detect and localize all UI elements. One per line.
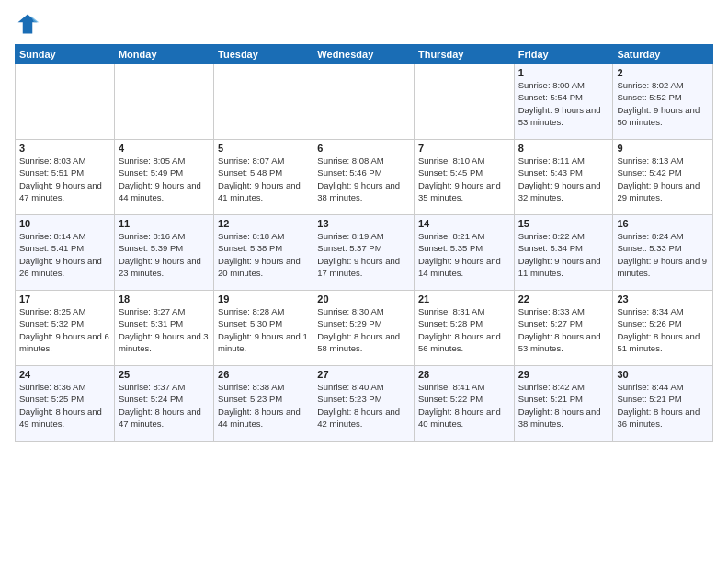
calendar-cell-3-3: 12Sunrise: 8:18 AM Sunset: 5:38 PM Dayli…	[214, 215, 313, 291]
day-info: Sunrise: 8:25 AM Sunset: 5:32 PM Dayligh…	[19, 305, 110, 354]
day-number: 24	[19, 369, 110, 380]
calendar-cell-4-1: 17Sunrise: 8:25 AM Sunset: 5:32 PM Dayli…	[16, 291, 115, 366]
day-info: Sunrise: 8:10 AM Sunset: 5:45 PM Dayligh…	[418, 155, 510, 203]
day-info: Sunrise: 8:21 AM Sunset: 5:35 PM Dayligh…	[418, 230, 510, 279]
day-info: Sunrise: 8:05 AM Sunset: 5:49 PM Dayligh…	[119, 155, 210, 203]
day-info: Sunrise: 8:16 AM Sunset: 5:39 PM Dayligh…	[119, 230, 210, 279]
calendar-cell-2-6: 8Sunrise: 8:11 AM Sunset: 5:43 PM Daylig…	[514, 140, 613, 215]
calendar-weekday-friday: Friday	[514, 45, 613, 64]
calendar-cell-2-5: 7Sunrise: 8:10 AM Sunset: 5:45 PM Daylig…	[414, 140, 514, 215]
calendar-cell-3-7: 16Sunrise: 8:24 AM Sunset: 5:33 PM Dayli…	[613, 215, 713, 291]
day-info: Sunrise: 8:19 AM Sunset: 5:37 PM Dayligh…	[317, 230, 410, 279]
calendar-cell-4-3: 19Sunrise: 8:28 AM Sunset: 5:30 PM Dayli…	[214, 291, 313, 366]
day-info: Sunrise: 8:02 AM Sunset: 5:52 PM Dayligh…	[617, 79, 709, 128]
calendar-cell-3-5: 14Sunrise: 8:21 AM Sunset: 5:35 PM Dayli…	[414, 215, 514, 291]
day-number: 26	[218, 369, 309, 380]
calendar-week-1: 1Sunrise: 8:00 AM Sunset: 5:54 PM Daylig…	[16, 64, 713, 140]
calendar-cell-5-3: 26Sunrise: 8:38 AM Sunset: 5:23 PM Dayli…	[214, 366, 313, 442]
day-info: Sunrise: 8:22 AM Sunset: 5:34 PM Dayligh…	[518, 230, 609, 279]
day-number: 7	[418, 143, 510, 154]
day-number: 6	[317, 143, 410, 154]
calendar-cell-5-6: 29Sunrise: 8:42 AM Sunset: 5:21 PM Dayli…	[514, 366, 613, 442]
calendar-cell-1-1	[16, 64, 115, 140]
calendar-week-3: 10Sunrise: 8:14 AM Sunset: 5:41 PM Dayli…	[16, 215, 713, 291]
logo	[15, 11, 44, 37]
day-info: Sunrise: 8:33 AM Sunset: 5:27 PM Dayligh…	[518, 305, 609, 354]
calendar-cell-2-4: 6Sunrise: 8:08 AM Sunset: 5:46 PM Daylig…	[313, 140, 415, 215]
day-info: Sunrise: 8:30 AM Sunset: 5:29 PM Dayligh…	[317, 305, 410, 354]
day-info: Sunrise: 8:41 AM Sunset: 5:22 PM Dayligh…	[418, 381, 510, 430]
day-number: 18	[119, 293, 210, 304]
day-info: Sunrise: 8:00 AM Sunset: 5:54 PM Dayligh…	[518, 79, 609, 128]
calendar-cell-4-5: 21Sunrise: 8:31 AM Sunset: 5:28 PM Dayli…	[414, 291, 514, 366]
calendar-cell-4-7: 23Sunrise: 8:34 AM Sunset: 5:26 PM Dayli…	[613, 291, 713, 366]
calendar-week-4: 17Sunrise: 8:25 AM Sunset: 5:32 PM Dayli…	[16, 291, 713, 366]
logo-icon	[15, 11, 40, 37]
day-number: 21	[418, 293, 510, 304]
day-number: 19	[218, 293, 309, 304]
day-info: Sunrise: 8:34 AM Sunset: 5:26 PM Dayligh…	[617, 305, 709, 354]
day-info: Sunrise: 8:24 AM Sunset: 5:33 PM Dayligh…	[617, 230, 709, 279]
calendar-weekday-wednesday: Wednesday	[313, 45, 415, 64]
day-number: 17	[19, 293, 110, 304]
day-number: 30	[617, 369, 709, 380]
day-number: 28	[418, 369, 510, 380]
calendar-week-5: 24Sunrise: 8:36 AM Sunset: 5:25 PM Dayli…	[16, 366, 713, 442]
day-number: 22	[518, 293, 609, 304]
day-info: Sunrise: 8:36 AM Sunset: 5:25 PM Dayligh…	[19, 381, 110, 430]
calendar-cell-3-4: 13Sunrise: 8:19 AM Sunset: 5:37 PM Dayli…	[313, 215, 415, 291]
calendar-cell-4-2: 18Sunrise: 8:27 AM Sunset: 5:31 PM Dayli…	[114, 291, 213, 366]
day-number: 20	[317, 293, 410, 304]
day-info: Sunrise: 8:42 AM Sunset: 5:21 PM Dayligh…	[518, 381, 609, 430]
calendar-cell-1-6: 1Sunrise: 8:00 AM Sunset: 5:54 PM Daylig…	[514, 64, 613, 140]
calendar-cell-5-5: 28Sunrise: 8:41 AM Sunset: 5:22 PM Dayli…	[414, 366, 514, 442]
day-info: Sunrise: 8:38 AM Sunset: 5:23 PM Dayligh…	[218, 381, 309, 430]
day-number: 16	[617, 218, 709, 229]
calendar-cell-3-1: 10Sunrise: 8:14 AM Sunset: 5:41 PM Dayli…	[16, 215, 115, 291]
day-number: 4	[119, 143, 210, 154]
calendar-cell-2-7: 9Sunrise: 8:13 AM Sunset: 5:42 PM Daylig…	[613, 140, 713, 215]
calendar-week-2: 3Sunrise: 8:03 AM Sunset: 5:51 PM Daylig…	[16, 140, 713, 215]
day-number: 12	[218, 218, 309, 229]
calendar-cell-2-1: 3Sunrise: 8:03 AM Sunset: 5:51 PM Daylig…	[16, 140, 115, 215]
day-number: 2	[617, 67, 709, 78]
day-number: 27	[317, 369, 410, 380]
day-info: Sunrise: 8:40 AM Sunset: 5:23 PM Dayligh…	[317, 381, 410, 430]
day-info: Sunrise: 8:44 AM Sunset: 5:21 PM Dayligh…	[617, 381, 709, 430]
calendar-weekday-tuesday: Tuesday	[214, 45, 313, 64]
day-info: Sunrise: 8:27 AM Sunset: 5:31 PM Dayligh…	[119, 305, 210, 354]
day-info: Sunrise: 8:14 AM Sunset: 5:41 PM Dayligh…	[19, 230, 110, 279]
day-number: 15	[518, 218, 609, 229]
calendar-cell-1-7: 2Sunrise: 8:02 AM Sunset: 5:52 PM Daylig…	[613, 64, 713, 140]
calendar-cell-1-5	[414, 64, 514, 140]
day-info: Sunrise: 8:37 AM Sunset: 5:24 PM Dayligh…	[119, 381, 210, 430]
calendar-table: SundayMondayTuesdayWednesdayThursdayFrid…	[15, 44, 713, 442]
day-number: 25	[119, 369, 210, 380]
day-number: 23	[617, 293, 709, 304]
calendar-cell-5-7: 30Sunrise: 8:44 AM Sunset: 5:21 PM Dayli…	[613, 366, 713, 442]
day-number: 8	[518, 143, 609, 154]
day-info: Sunrise: 8:13 AM Sunset: 5:42 PM Dayligh…	[617, 155, 709, 203]
calendar-cell-5-1: 24Sunrise: 8:36 AM Sunset: 5:25 PM Dayli…	[16, 366, 115, 442]
day-number: 1	[518, 67, 609, 78]
header	[15, 11, 713, 37]
svg-marker-0	[18, 15, 38, 34]
calendar-cell-3-6: 15Sunrise: 8:22 AM Sunset: 5:34 PM Dayli…	[514, 215, 613, 291]
day-number: 10	[19, 218, 110, 229]
calendar-weekday-saturday: Saturday	[613, 45, 713, 64]
calendar-cell-4-4: 20Sunrise: 8:30 AM Sunset: 5:29 PM Dayli…	[313, 291, 415, 366]
day-number: 29	[518, 369, 609, 380]
day-number: 5	[218, 143, 309, 154]
day-number: 9	[617, 143, 709, 154]
calendar-weekday-sunday: Sunday	[16, 45, 115, 64]
calendar-cell-4-6: 22Sunrise: 8:33 AM Sunset: 5:27 PM Dayli…	[514, 291, 613, 366]
calendar-cell-5-2: 25Sunrise: 8:37 AM Sunset: 5:24 PM Dayli…	[114, 366, 213, 442]
calendar-cell-5-4: 27Sunrise: 8:40 AM Sunset: 5:23 PM Dayli…	[313, 366, 415, 442]
day-info: Sunrise: 8:07 AM Sunset: 5:48 PM Dayligh…	[218, 155, 309, 203]
calendar-cell-1-4	[313, 64, 415, 140]
calendar-cell-2-2: 4Sunrise: 8:05 AM Sunset: 5:49 PM Daylig…	[114, 140, 213, 215]
calendar-cell-3-2: 11Sunrise: 8:16 AM Sunset: 5:39 PM Dayli…	[114, 215, 213, 291]
calendar-cell-1-3	[214, 64, 313, 140]
day-number: 3	[19, 143, 110, 154]
day-info: Sunrise: 8:28 AM Sunset: 5:30 PM Dayligh…	[218, 305, 309, 354]
